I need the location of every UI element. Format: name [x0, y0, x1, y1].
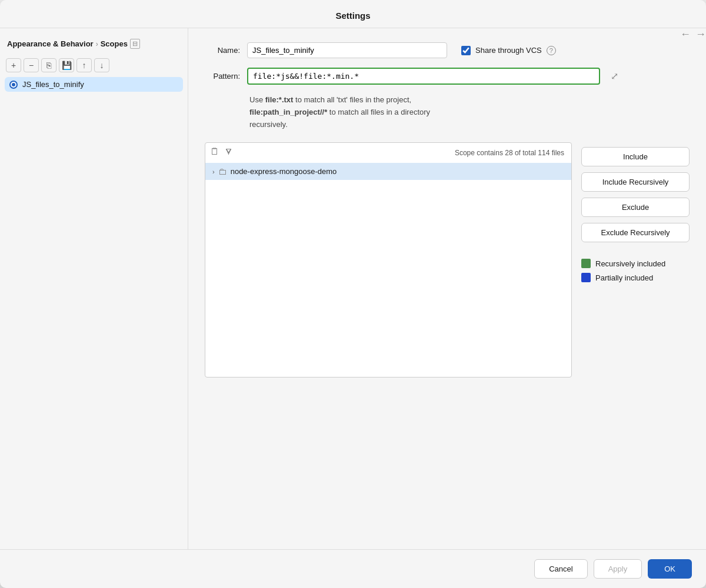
- move-up-button[interactable]: ↑: [76, 58, 92, 72]
- nav-back-button[interactable]: ←: [680, 28, 691, 41]
- tree-filter-icon[interactable]: ⛛: [224, 146, 234, 157]
- recursively-color-swatch: [581, 259, 591, 268]
- scope-radio-dot: [12, 83, 15, 86]
- breadcrumb-scope-icon: ⊟: [130, 39, 140, 49]
- partially-label: Partially included: [595, 273, 653, 282]
- nav-arrows: ← →: [680, 28, 706, 41]
- breadcrumb-arrow: ›: [96, 40, 98, 48]
- tree-file-icon[interactable]: 🗒: [210, 146, 219, 157]
- scope-radio: [9, 81, 18, 89]
- apply-button[interactable]: Apply: [594, 559, 642, 579]
- sidebar: Appearance & Behavior › Scopes ⊟ + − ⎘ 💾…: [0, 28, 188, 549]
- pattern-hint: Use file:*.txt to match all 'txt' files …: [249, 94, 690, 131]
- exclude-button[interactable]: Exclude: [581, 198, 690, 217]
- share-row: Share through VCS ?: [461, 46, 556, 55]
- expand-pattern-button[interactable]: ⤢: [607, 69, 622, 83]
- name-input[interactable]: [247, 42, 447, 58]
- tree-item[interactable]: › 🗀 node-express-mongoose-demo: [205, 163, 571, 180]
- copy-scope-button[interactable]: ⎘: [41, 58, 56, 72]
- exclude-recursively-button[interactable]: Exclude Recursively: [581, 223, 690, 242]
- name-label: Name:: [205, 46, 240, 55]
- breadcrumb-scopes: Scopes: [101, 39, 128, 48]
- scope-item-label: JS_files_to_minify: [22, 80, 84, 89]
- scope-count: Scope contains 28 of total 114 files: [455, 149, 564, 157]
- recursively-label: Recursively included: [595, 259, 665, 268]
- name-field-row: Name: Share through VCS ?: [205, 42, 690, 58]
- dialog-body: Appearance & Behavior › Scopes ⊟ + − ⎘ 💾…: [0, 28, 706, 549]
- scope-list-item[interactable]: JS_files_to_minify: [5, 77, 183, 92]
- cancel-button[interactable]: Cancel: [534, 559, 587, 579]
- share-vcs-label: Share through VCS: [475, 46, 542, 55]
- legend: Recursively included Partially included: [572, 259, 690, 287]
- main-content: ← → Name: Share through VCS ? Pattern: ⤢: [188, 28, 706, 549]
- nav-forward-button[interactable]: →: [695, 28, 706, 41]
- pattern-label: Pattern:: [205, 72, 240, 81]
- help-icon[interactable]: ?: [547, 46, 556, 55]
- save-icon: 💾: [62, 61, 72, 70]
- include-button[interactable]: Include: [581, 147, 690, 166]
- right-panel: Include Include Recursively Exclude Excl…: [572, 142, 690, 377]
- share-vcs-checkbox[interactable]: [461, 46, 471, 55]
- tree-toolbar: 🗒 ⛛ Scope contains 28 of total 114 files: [205, 143, 571, 161]
- breadcrumb: Appearance & Behavior › Scopes ⊟: [5, 35, 183, 56]
- pattern-input[interactable]: [247, 68, 600, 85]
- legend-recursively: Recursively included: [581, 259, 690, 268]
- move-down-button[interactable]: ↓: [94, 58, 109, 72]
- tree-chevron-icon: ›: [212, 168, 215, 175]
- ok-button[interactable]: OK: [648, 559, 692, 579]
- tree-folder-icon: 🗀: [218, 166, 227, 176]
- hint-bold-path: file:path_in_project//*: [249, 108, 327, 116]
- settings-dialog: Settings Appearance & Behavior › Scopes …: [0, 0, 706, 588]
- pattern-field-row: Pattern: ⤢: [205, 68, 690, 85]
- tree-panel: 🗒 ⛛ Scope contains 28 of total 114 files…: [205, 142, 572, 377]
- hint-bold-txt: file:*.txt: [265, 95, 294, 104]
- legend-partially: Partially included: [581, 273, 690, 282]
- include-recursively-button[interactable]: Include Recursively: [581, 172, 690, 192]
- add-scope-button[interactable]: +: [6, 58, 21, 72]
- partially-color-swatch: [581, 273, 591, 282]
- remove-scope-button[interactable]: −: [24, 58, 39, 72]
- breadcrumb-appearance: Appearance & Behavior: [7, 39, 94, 48]
- file-area: 🗒 ⛛ Scope contains 28 of total 114 files…: [205, 142, 690, 377]
- dialog-title: Settings: [0, 0, 706, 28]
- action-panel: Include Include Recursively Exclude Excl…: [572, 142, 690, 247]
- sidebar-toolbar: + − ⎘ 💾 ↑ ↓: [5, 56, 183, 77]
- copy-icon: ⎘: [46, 61, 51, 70]
- tree-item-label: node-express-mongoose-demo: [231, 167, 337, 176]
- save-scope-button[interactable]: 💾: [59, 58, 74, 72]
- dialog-footer: Cancel Apply OK: [0, 549, 706, 588]
